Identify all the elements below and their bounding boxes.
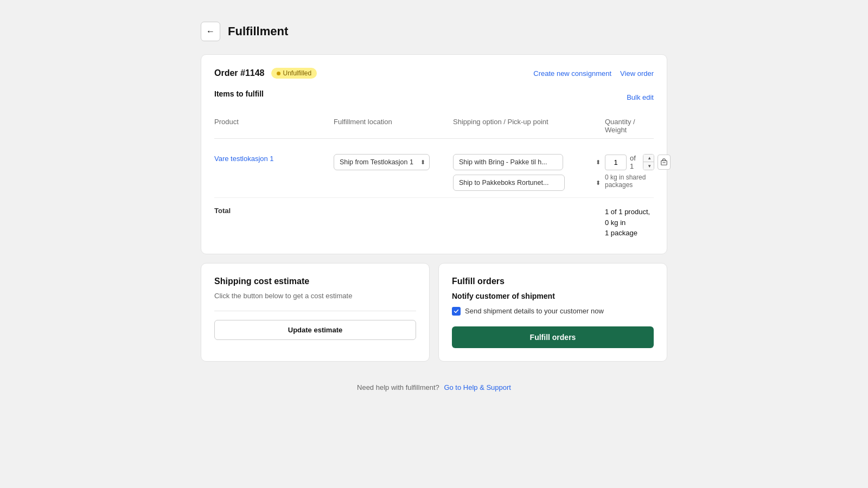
- col-fulfillment-location: Fulfillment location: [334, 118, 453, 134]
- notify-label: Notify customer of shipment: [452, 292, 654, 300]
- total-value: 1 of 1 product, 0 kg in 1 package: [605, 207, 654, 239]
- help-section: Need help with fulfillment? Go to Help &…: [201, 383, 667, 391]
- total-row: Total 1 of 1 product, 0 kg in 1 package: [214, 198, 654, 241]
- quantity-stepper[interactable]: ▲ ▼: [643, 154, 654, 170]
- col-product: Product: [214, 118, 334, 134]
- shipping-estimate-subtitle: Click the button below to get a cost est…: [214, 292, 416, 300]
- back-button[interactable]: ←: [201, 22, 220, 41]
- table-header: Product Fulfillment location Shipping op…: [214, 113, 654, 139]
- fulfill-orders-title: Fulfill orders: [452, 277, 654, 286]
- total-label: Total: [214, 207, 334, 239]
- shipping-estimate-title: Shipping cost estimate: [214, 277, 416, 286]
- fulfill-orders-card: Fulfill orders Notify customer of shipme…: [438, 263, 667, 362]
- page-header: ← Fulfillment: [201, 22, 667, 41]
- ship-to-select-wrapper: Ship to Pakkeboks Rortunet... ⬍: [453, 175, 605, 191]
- package-icon[interactable]: [658, 155, 671, 170]
- product-link[interactable]: Vare testlokasjon 1: [214, 155, 274, 163]
- order-number: Order #1148: [214, 68, 265, 78]
- help-link[interactable]: Go to Help & Support: [444, 383, 511, 391]
- shipping-estimate-card: Shipping cost estimate Click the button …: [201, 263, 430, 362]
- quantity-cell: of 1 ▲ ▼ 0 kg in shared packages: [605, 154, 671, 189]
- page-title: Fulfillment: [228, 24, 288, 38]
- shipping-option-select[interactable]: Ship with Bring - Pakke til h...: [453, 154, 563, 170]
- view-order-link[interactable]: View order: [620, 69, 654, 78]
- ship-to-arrow-icon: ⬍: [596, 179, 601, 187]
- bulk-edit-link[interactable]: Bulk edit: [627, 93, 654, 101]
- shipping-option-select-wrapper: Ship with Bring - Pakke til h... ⬍: [453, 154, 605, 170]
- order-header-right: Create new consignment View order: [533, 69, 654, 78]
- update-estimate-button[interactable]: Update estimate: [214, 320, 416, 340]
- bottom-section: Shipping cost estimate Click the button …: [201, 263, 667, 370]
- notify-checkbox-label: Send shipment details to your customer n…: [465, 307, 604, 315]
- status-badge: Unfulfilled: [271, 68, 317, 79]
- quantity-input[interactable]: [605, 155, 627, 170]
- shipping-options-cell: Ship with Bring - Pakke til h... ⬍ Ship …: [453, 154, 605, 191]
- create-consignment-link[interactable]: Create new consignment: [533, 69, 611, 78]
- help-prefix: Need help with fulfillment?: [357, 383, 439, 391]
- notify-checkbox-row[interactable]: Send shipment details to your customer n…: [452, 307, 654, 316]
- status-label: Unfulfilled: [283, 69, 312, 77]
- ship-to-select[interactable]: Ship to Pakkeboks Rortunet...: [453, 175, 565, 191]
- product-cell: Vare testlokasjon 1: [214, 154, 334, 163]
- kg-label: 0 kg in shared packages: [605, 174, 671, 189]
- quantity-input-row: of 1 ▲ ▼: [605, 154, 671, 170]
- badge-dot: [277, 72, 280, 75]
- qty-up-button[interactable]: ▲: [643, 155, 654, 162]
- total-value-line2: 1 package: [605, 228, 654, 239]
- total-value-line1: 1 of 1 product, 0 kg in: [605, 207, 654, 228]
- col-shipping-option: Shipping option / Pick-up point: [453, 118, 605, 134]
- fulfill-orders-button[interactable]: Fulfill orders: [452, 326, 654, 348]
- items-label: Items to fulfill: [214, 89, 264, 98]
- of-total-text: of 1: [630, 154, 640, 170]
- col-quantity-weight: Quantity / Weight: [605, 118, 654, 134]
- order-card: Order #1148 Unfulfilled Create new consi…: [201, 54, 667, 254]
- divider: [214, 311, 416, 311]
- fulfillment-location-select-wrapper: Ship from Testlokasjon 1 ⬍: [334, 154, 430, 170]
- shipping-option-arrow-icon: ⬍: [596, 159, 601, 166]
- fulfillment-location-cell: Ship from Testlokasjon 1 ⬍: [334, 154, 453, 170]
- notify-checkbox[interactable]: [452, 307, 461, 316]
- fulfillment-location-select[interactable]: Ship from Testlokasjon 1: [334, 154, 430, 170]
- order-header-left: Order #1148 Unfulfilled: [214, 68, 317, 79]
- qty-down-button[interactable]: ▼: [643, 162, 654, 170]
- items-section-row: Items to fulfill Bulk edit: [214, 89, 654, 105]
- order-header: Order #1148 Unfulfilled Create new consi…: [214, 68, 654, 79]
- table-row: Vare testlokasjon 1 Ship from Testlokasj…: [214, 147, 654, 198]
